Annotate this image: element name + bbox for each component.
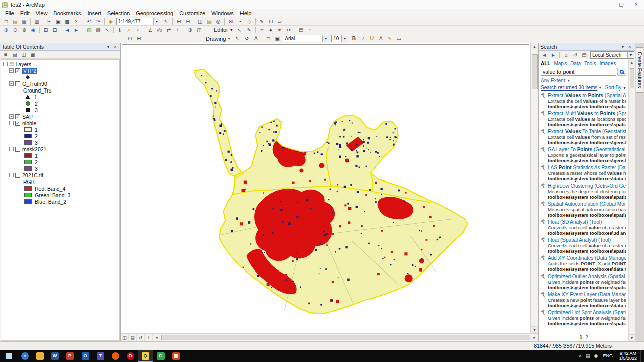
show-desktop-button[interactable] xyxy=(640,350,644,362)
pause-drawing-button[interactable]: Ⅱ xyxy=(145,334,153,341)
toc-layer-2021C.tif[interactable]: −2021C.tif xyxy=(1,172,119,178)
collapse-icon[interactable]: − xyxy=(3,62,8,66)
map-document[interactable] xyxy=(121,43,530,333)
extent-selector[interactable]: Any Extent ▼ xyxy=(539,77,628,84)
menu-windows[interactable]: Windows xyxy=(208,10,237,16)
scroll-right-icon[interactable]: ► xyxy=(531,334,538,341)
html-popup-icon[interactable]: ▫ xyxy=(133,26,142,34)
taskbar-word-icon[interactable]: W xyxy=(47,350,62,362)
result-path-link[interactable]: toolboxes\system toolboxes\data mana... xyxy=(548,303,626,308)
result-path-link[interactable]: toolboxes\system toolboxes\spatial an... xyxy=(548,104,626,109)
catalog-window-icon[interactable]: ▤ xyxy=(205,18,214,25)
volume-icon[interactable]: ◉ xyxy=(592,353,600,358)
search-tab-images[interactable]: Images xyxy=(599,61,616,66)
delete-icon[interactable]: × xyxy=(72,18,81,25)
pan-icon[interactable]: ⊛ xyxy=(20,26,29,34)
search-tab-tools[interactable]: Tools xyxy=(584,61,596,66)
create-features-tool-icon[interactable]: ▱ xyxy=(257,26,266,34)
layer-label[interactable]: nibble xyxy=(22,120,36,126)
expand-icon[interactable]: + xyxy=(9,114,14,119)
collapse-icon[interactable]: − xyxy=(9,147,14,151)
copy-icon[interactable]: ▣ xyxy=(54,18,63,25)
select-elements-icon[interactable]: ↖ xyxy=(233,35,242,42)
find-icon[interactable]: ◎ xyxy=(155,26,164,34)
collapse-icon[interactable]: − xyxy=(9,173,14,177)
menu-insert[interactable]: Insert xyxy=(84,10,104,16)
identify-icon[interactable]: ℹ xyxy=(115,26,124,34)
search-scroll-thumb[interactable] xyxy=(630,68,634,88)
taskbar-teams-icon[interactable]: T xyxy=(93,350,108,362)
font-color-icon[interactable]: A xyxy=(376,35,385,42)
result-title-link[interactable]: Spatial Autocorrelation (Global Mora... xyxy=(541,201,626,207)
close-icon[interactable]: × xyxy=(626,44,633,49)
search-button[interactable] xyxy=(617,68,626,76)
pin-icon[interactable]: ▾ xyxy=(105,44,112,49)
collapse-icon[interactable]: − xyxy=(9,81,14,86)
italic-button[interactable]: I xyxy=(358,35,367,42)
refresh-icon[interactable]: ↺ xyxy=(571,51,580,59)
grid-toggle-icon[interactable]: ⊞ xyxy=(134,35,143,42)
start-button[interactable] xyxy=(0,350,17,362)
page-1[interactable]: 1 xyxy=(579,335,582,340)
taskbar-opera-icon[interactable]: O xyxy=(123,350,138,362)
menu-help[interactable]: Help xyxy=(237,10,255,16)
search-tab-all[interactable]: ALL xyxy=(541,61,550,66)
layer-label[interactable]: VTP2 xyxy=(22,68,37,74)
returned-count-link[interactable]: Search returned 30 items xyxy=(541,85,597,90)
create-features-tab[interactable]: Create Features xyxy=(636,47,643,93)
result-path-link[interactable]: toolboxes\system toolboxes\spatial ana..… xyxy=(548,122,626,127)
paste-icon[interactable]: ▩ xyxy=(63,18,72,25)
network-icon[interactable]: ▤ xyxy=(584,353,592,358)
map-vertical-scrollbar[interactable]: ▲ ▼ xyxy=(530,43,538,333)
result-title-link[interactable]: Add XY Coordinates (Data Managem... xyxy=(541,255,626,261)
toc-drawing-order-icon[interactable]: ≡ xyxy=(1,51,10,58)
bold-button[interactable]: B xyxy=(349,35,358,42)
toc-layer-SAP[interactable]: +✓SAP xyxy=(1,113,119,120)
viewer-window-icon[interactable]: ◫ xyxy=(195,26,204,34)
map-canvas[interactable] xyxy=(121,43,530,333)
edit-tool-icon[interactable]: ↖ xyxy=(235,26,245,34)
snap-toggle-icon[interactable]: ⊡ xyxy=(125,35,134,42)
fixed-zoom-in-icon[interactable]: ⊞ xyxy=(174,18,183,25)
highlight-color-icon[interactable]: ✎ xyxy=(385,35,394,42)
menu-selection[interactable]: Selection xyxy=(104,10,133,16)
refresh-view-button[interactable]: ↺ xyxy=(137,334,145,341)
result-path-link[interactable]: toolboxes\system toolboxes\spatial stat.… xyxy=(548,285,626,290)
home-icon[interactable]: ⌂ xyxy=(561,51,571,59)
page-2[interactable]: 2 xyxy=(585,335,588,340)
cut-polygons-tool-icon[interactable]: ✂ xyxy=(284,26,293,34)
scroll-up-icon[interactable]: ▲ xyxy=(629,59,635,66)
taskbar-firefox-icon[interactable] xyxy=(108,350,123,362)
font-combo[interactable]: Arial ▼ xyxy=(283,35,329,42)
collapse-icon[interactable]: − xyxy=(9,68,14,73)
python-window-icon[interactable]: ~ xyxy=(235,18,245,25)
collapse-icon[interactable]: − xyxy=(9,121,14,125)
point-tool-icon[interactable]: ● xyxy=(266,26,275,34)
scroll-left-icon[interactable]: ◄ xyxy=(153,334,160,341)
result-path-link[interactable]: toolboxes\system toolboxes\geostatistic.… xyxy=(548,158,626,163)
result-title-link[interactable]: Optimized Hot Spot Analysis (Spatial ... xyxy=(541,310,626,315)
fixed-zoom-in-icon[interactable]: ⊞ xyxy=(41,26,50,34)
index-options-icon[interactable]: ▤ xyxy=(580,51,589,59)
new-map-icon[interactable]: □ xyxy=(2,18,11,25)
result-title-link[interactable]: GA Layer To Points (Geostatistical A... xyxy=(541,147,626,152)
taskbar-app-green-icon[interactable]: C xyxy=(153,350,168,362)
redo-icon[interactable]: ↷ xyxy=(94,18,103,25)
picture-tool-icon[interactable]: ▣ xyxy=(273,35,282,42)
layer-checkbox[interactable]: ✓ xyxy=(15,68,20,73)
taskbar-app-red-icon[interactable]: ▣ xyxy=(168,350,183,362)
measure-icon[interactable]: ∠ xyxy=(146,26,155,34)
search-scope-combo[interactable]: Local Search ▼ xyxy=(590,51,634,59)
result-title-link[interactable]: High/Low Clustering (Getis-Ord Gene... xyxy=(541,183,626,189)
search-window-icon[interactable]: ◎ xyxy=(214,18,223,25)
rotate-tool-icon[interactable]: ↺ xyxy=(242,35,251,42)
save-icon[interactable]: ▦ xyxy=(20,18,29,25)
forward-icon[interactable]: ► xyxy=(549,51,558,59)
model-builder-icon[interactable]: ◇ xyxy=(245,18,254,25)
toc-visibility-icon[interactable]: ◫ xyxy=(19,51,28,58)
taskbar-powerpoint-icon[interactable]: P xyxy=(62,350,77,362)
result-path-link[interactable]: toolboxes\system toolboxes\spatial stat.… xyxy=(548,194,626,200)
taskbar-arcmap-icon[interactable]: Q xyxy=(138,350,153,362)
maximize-button[interactable]: ▢ xyxy=(614,0,629,9)
open-icon[interactable]: ▤ xyxy=(11,18,20,25)
